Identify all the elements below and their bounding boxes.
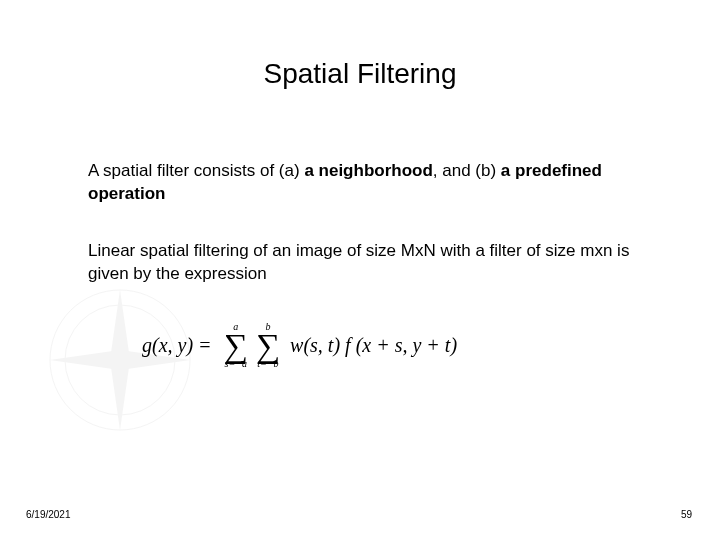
formula-rhs: w(s, t) f (x + s, y + t) <box>286 334 457 357</box>
p1-text-1: A spatial filter consists of (a) <box>88 161 304 180</box>
slide: Spatial Filtering A spatial filter consi… <box>0 0 720 540</box>
p1-bold-1: a neighborhood <box>304 161 432 180</box>
sum-inner: b ∑ t=−b <box>256 322 280 369</box>
formula-lhs: g(x, y) = <box>142 334 218 357</box>
slide-body: A spatial filter consists of (a) a neigh… <box>0 90 720 369</box>
sigma-symbol-2: ∑ <box>256 332 280 359</box>
footer-date: 6/19/2021 <box>26 509 71 520</box>
sum-outer-lower: s=−a <box>225 359 247 369</box>
slide-title: Spatial Filtering <box>0 0 720 90</box>
footer-page-number: 59 <box>681 509 692 520</box>
formula: g(x, y) = a ∑ s=−a b ∑ t=−b w(s, t) f (x… <box>88 316 650 369</box>
paragraph-1: A spatial filter consists of (a) a neigh… <box>88 160 650 206</box>
sum-inner-lower: t=−b <box>257 359 278 369</box>
sum-outer: a ∑ s=−a <box>224 322 248 369</box>
sigma-symbol-1: ∑ <box>224 332 248 359</box>
p1-text-2: , and (b) <box>433 161 501 180</box>
paragraph-2: Linear spatial filtering of an image of … <box>88 240 650 286</box>
